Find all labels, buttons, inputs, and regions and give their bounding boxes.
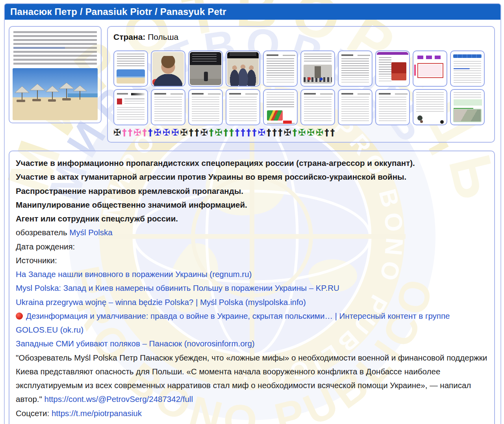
accusation-line: Участие в информационно пропагандистских… <box>16 156 488 170</box>
evidence-cross-icon[interactable]: † <box>143 127 148 138</box>
accusations-block: Участие в информационно пропагандистских… <box>16 156 488 225</box>
evidence-cross-icon[interactable]: ✠ <box>316 127 324 138</box>
thumbnail-article-with-map[interactable] <box>263 89 298 125</box>
evidence-cross-icon[interactable]: ✠ <box>307 127 316 138</box>
evidence-cross-icon[interactable]: † <box>189 127 195 138</box>
evidence-photo-card[interactable] <box>9 26 102 123</box>
thumbnail-article-text-3[interactable] <box>226 89 260 125</box>
accusation-line: Распространение нарративов кремлевской п… <box>16 184 488 198</box>
page: МИРОТВОРЕЦЬ МИРОТВОРЕЦЬ МИРОТВОРЕЦЬ · PR… <box>0 0 504 424</box>
thumbnail-portrait-photo[interactable] <box>151 50 185 87</box>
page-title: Панасюк Петр / Panasiuk Piotr / Panasyuk… <box>5 4 500 20</box>
thumbnail-three-officials-photo[interactable] <box>226 50 260 87</box>
thumbnail-sources-list[interactable] <box>338 50 372 87</box>
photo-line: фото <box>16 420 488 424</box>
source-link[interactable]: Mysl Polska: Запад и Киев намерены обвин… <box>16 283 339 292</box>
evidence-cross-icon[interactable]: † <box>224 127 230 138</box>
evidence-cross-icon[interactable]: † <box>278 127 284 138</box>
evidence-cross-icon[interactable]: † <box>128 127 134 138</box>
source-link-line: Ukraina przegrywa wojnę – winna będzie P… <box>16 295 488 309</box>
source-link-line: Дезинформация и умалчивание: правда о во… <box>16 309 488 337</box>
evidence-cross-icon[interactable]: † <box>267 127 272 138</box>
country-line: Страна: Польша <box>113 32 489 42</box>
source-link[interactable]: Ukraina przegrywa wojnę – winna będzie P… <box>16 298 306 307</box>
evidence-cross-icon[interactable]: † <box>293 127 298 138</box>
source-link-line: Mysl Polska: Запад и Киев намерены обвин… <box>16 281 488 295</box>
source-links-block: На Западе нашли виновного в поражении Ук… <box>16 267 488 351</box>
country-value: Польша <box>148 32 178 41</box>
thumbnail-regnum-article[interactable] <box>375 50 410 87</box>
evidence-cross-icon[interactable]: ✠ <box>163 127 171 138</box>
evidence-cross-icon[interactable]: † <box>252 127 258 138</box>
social-post-text-screenshot <box>13 31 97 66</box>
top-row: Страна: Польша ✠††✠††✠✠✠✠††✠†✠††††††✠†††… <box>5 20 500 143</box>
thumbnail-article-text-5[interactable] <box>338 89 372 125</box>
source-link-line: На Западе нашли виновного в поражении Ук… <box>16 267 488 281</box>
evidence-cross-icon[interactable]: † <box>195 127 200 138</box>
evidence-cross-icon[interactable]: ✠ <box>171 127 180 138</box>
socials-label: Соцсети: <box>16 409 52 418</box>
red-circle-icon <box>16 312 23 320</box>
thumbnail-flags-monument-photo[interactable] <box>300 50 335 87</box>
occupation-link[interactable]: Myśl Polska <box>69 228 112 237</box>
evidence-cross-icon[interactable]: ✠ <box>258 127 267 138</box>
source-link-line: Западные СМИ убивают поляков – Панасюк (… <box>16 337 488 350</box>
evidence-cross-icon[interactable]: † <box>330 127 336 138</box>
thumbnail-green-social-post[interactable] <box>450 89 485 125</box>
evidence-thumbnails <box>113 50 489 125</box>
thumbnail-article-text-1[interactable] <box>151 89 185 125</box>
thumbnail-text-post[interactable] <box>263 50 298 87</box>
evidence-marks: ✠††✠††✠✠✠✠††✠†✠††††††✠†††✠†✠✠✠†† <box>113 128 489 137</box>
evidence-cross-icon[interactable]: † <box>148 127 154 138</box>
source-link[interactable]: Дезинформация и умалчивание: правда о во… <box>16 311 450 334</box>
quote-paragraph: "Обозреватель Myśl Polska Петр Панасюк у… <box>16 351 488 406</box>
birth-date-line: Дата рождения: <box>16 240 488 253</box>
evidence-cross-icon[interactable]: † <box>324 127 330 138</box>
evidence-cross-icon[interactable]: † <box>272 127 278 138</box>
evidence-cross-icon[interactable]: † <box>241 127 246 138</box>
thumbnail-article-text-6[interactable] <box>375 89 410 125</box>
sources-label: Источники: <box>16 253 488 267</box>
occupation-prefix: обозреватель <box>16 228 69 237</box>
thumbnail-ruins-video-post[interactable] <box>188 50 223 87</box>
thumbnail-news-site-article[interactable] <box>413 50 447 87</box>
telegram-link[interactable]: https://t.me/piotrpanasiuk <box>52 409 142 418</box>
evidence-cross-icon[interactable]: ✠ <box>113 127 122 138</box>
source-link[interactable]: Западные СМИ убивают поляков – Панасюк (… <box>16 339 255 348</box>
profile-frame: Панасюк Петр / Panasiuk Piotr / Panasyuk… <box>4 3 501 424</box>
photo-link[interactable]: фото <box>16 422 35 424</box>
accusation-line: Манипулирование общественно значимой инф… <box>16 198 488 212</box>
thumbnail-article-text-2[interactable] <box>188 89 223 125</box>
evidence-cross-icon[interactable]: † <box>229 127 235 138</box>
evidence-cross-icon[interactable]: ✠ <box>298 127 307 138</box>
quote-source-link[interactable]: https://cont.ws/@PetrovSerg/2487342/full <box>44 394 193 404</box>
evidence-cross-icon[interactable]: ✠ <box>154 127 163 138</box>
source-link[interactable]: На Западе нашли виновного в поражении Ук… <box>16 270 252 279</box>
thumbnail-article-dropcap[interactable] <box>113 89 148 125</box>
evidence-cross-icon[interactable]: † <box>209 127 215 138</box>
accusation-line: Агент или сотрудник спецслужб россии. <box>16 212 488 225</box>
evidence-cross-icon[interactable]: † <box>122 127 128 138</box>
thumbnail-beach-post[interactable] <box>113 50 148 87</box>
evidence-cross-icon[interactable]: † <box>246 127 252 138</box>
occupation-line: обозреватель Myśl Polska <box>16 225 488 239</box>
evidence-cross-icon[interactable]: ✠ <box>284 127 293 138</box>
thumbnail-comments-post[interactable] <box>413 89 447 125</box>
info-card: Участие в информационно пропагандистских… <box>9 151 495 424</box>
country-label: Страна: <box>113 32 145 41</box>
accusation-line: Участие в актах гуманитарной агрессии пр… <box>16 170 488 184</box>
evidence-cross-icon[interactable]: ✠ <box>215 127 223 138</box>
evidence-cross-icon[interactable]: ✠ <box>180 127 189 138</box>
country-card: Страна: Польша ✠††✠††✠✠✠✠††✠†✠††††††✠†††… <box>107 26 495 143</box>
evidence-cross-icon[interactable]: ✠ <box>200 127 209 138</box>
thumbnail-article-text-4[interactable] <box>300 89 335 125</box>
beach-photo <box>13 68 98 120</box>
evidence-cross-icon[interactable]: ✠ <box>133 127 142 138</box>
evidence-cross-icon[interactable]: † <box>235 127 241 138</box>
socials-line: Соцсети: https://t.me/piotrpanasiuk <box>16 406 488 420</box>
thumbnail-blue-site-article[interactable] <box>450 50 485 87</box>
